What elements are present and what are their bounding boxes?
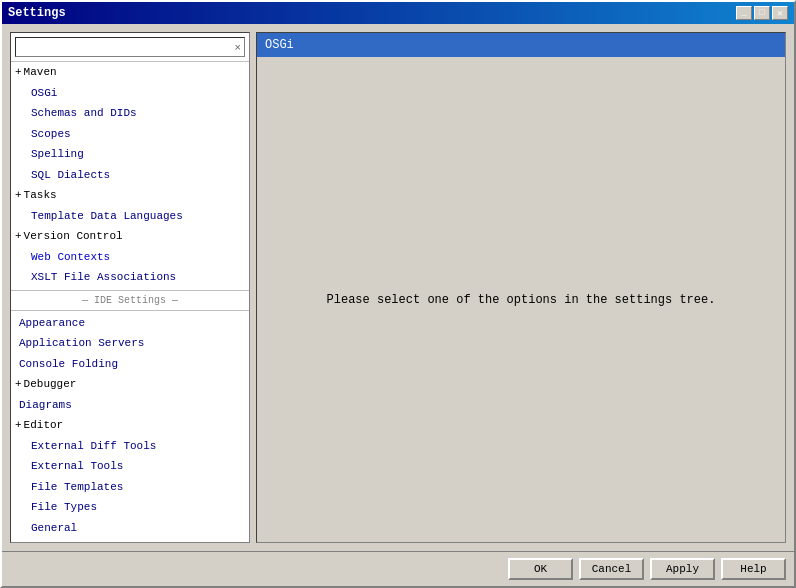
tree-item-template-data[interactable]: Template Data Languages	[11, 206, 249, 227]
ide-settings-divider: — IDE Settings —	[11, 290, 249, 311]
tree-item-sql-dialects[interactable]: SQL Dialects	[11, 165, 249, 186]
bottom-bar: OK Cancel Apply Help	[2, 551, 794, 586]
right-panel-header: OSGi	[257, 33, 785, 57]
tree-item-general[interactable]: General	[11, 518, 249, 539]
left-panel: × + Maven OSGi Schemas and DIDs Scopes S…	[10, 32, 250, 543]
placeholder-text: Please select one of the options in the …	[327, 293, 716, 307]
minimize-button[interactable]: _	[736, 6, 752, 20]
right-header-title: OSGi	[265, 38, 294, 52]
ok-button[interactable]: OK	[508, 558, 573, 580]
expand-icon-debugger: +	[15, 376, 22, 393]
tree-item-ext-tools[interactable]: External Tools	[11, 456, 249, 477]
tree-item-version-control[interactable]: + Version Control	[11, 226, 249, 247]
tree-container: + Maven OSGi Schemas and DIDs Scopes Spe…	[11, 62, 249, 542]
tree-item-label: Editor	[24, 417, 64, 434]
window-title: Settings	[8, 6, 66, 20]
tree-item-scopes[interactable]: Scopes	[11, 124, 249, 145]
expand-icon-vc: +	[15, 228, 22, 245]
right-panel-body: Please select one of the options in the …	[257, 57, 785, 542]
help-button[interactable]: Help	[721, 558, 786, 580]
right-panel: OSGi Please select one of the options in…	[256, 32, 786, 543]
tree-item-diagrams[interactable]: Diagrams	[11, 395, 249, 416]
tree-item-editor[interactable]: + Editor	[11, 415, 249, 436]
search-clear-button[interactable]: ×	[235, 41, 241, 53]
maximize-button[interactable]: □	[754, 6, 770, 20]
tree-item-web-contexts[interactable]: Web Contexts	[11, 247, 249, 268]
cancel-button[interactable]: Cancel	[579, 558, 644, 580]
tree-item-osgi[interactable]: OSGi	[11, 83, 249, 104]
tree-item-debugger[interactable]: + Debugger	[11, 374, 249, 395]
tree-item-label: Version Control	[24, 228, 123, 245]
tree-item-file-types[interactable]: File Types	[11, 497, 249, 518]
tree-item-maven[interactable]: + Maven	[11, 62, 249, 83]
tree-item-spelling[interactable]: Spelling	[11, 144, 249, 165]
title-bar: Settings _ □ ✕	[2, 2, 794, 24]
tree-item-file-templates[interactable]: File Templates	[11, 477, 249, 498]
settings-window: Settings _ □ ✕ × + Maven OSGi Schemas an…	[0, 0, 796, 588]
search-input[interactable]	[15, 37, 245, 57]
tree-item-github[interactable]: GitHub	[11, 538, 249, 542]
search-container: ×	[11, 33, 249, 62]
close-button[interactable]: ✕	[772, 6, 788, 20]
tree-item-schemas[interactable]: Schemas and DIDs	[11, 103, 249, 124]
tree-item-label: Debugger	[24, 376, 77, 393]
content-area: × + Maven OSGi Schemas and DIDs Scopes S…	[2, 24, 794, 551]
tree-item-xslt[interactable]: XSLT File Associations	[11, 267, 249, 288]
expand-icon-tasks: +	[15, 187, 22, 204]
expand-icon-editor: +	[15, 417, 22, 434]
tree-item-app-servers[interactable]: Application Servers	[11, 333, 249, 354]
tree-item-console-folding[interactable]: Console Folding	[11, 354, 249, 375]
expand-icon: +	[15, 64, 22, 81]
window-controls: _ □ ✕	[736, 6, 788, 20]
tree-item-label: Maven	[24, 64, 57, 81]
tree-item-ext-diff[interactable]: External Diff Tools	[11, 436, 249, 457]
tree-item-label: Tasks	[24, 187, 57, 204]
apply-button[interactable]: Apply	[650, 558, 715, 580]
tree-item-tasks[interactable]: + Tasks	[11, 185, 249, 206]
tree-item-appearance[interactable]: Appearance	[11, 313, 249, 334]
